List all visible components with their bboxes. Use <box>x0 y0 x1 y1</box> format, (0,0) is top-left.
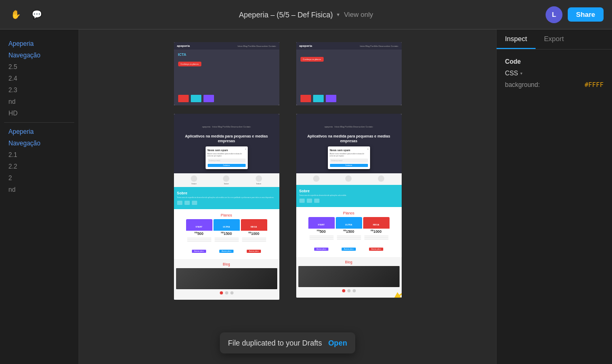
right-frame1-logo: apeperia <box>299 44 313 47</box>
topbar-center: Apeperia – (5/5 – Def Fisica) ▾ View onl… <box>239 11 373 19</box>
left-sobre-title: Sobre <box>177 191 276 195</box>
background-value: #FFFF <box>585 81 604 88</box>
left-newsletter-popup[interactable]: × News sem spam Assine nosso newsletter … <box>206 146 248 169</box>
left-hero-section: apeperia Início Blog Portfólio Desenvolv… <box>174 114 279 173</box>
toast-message: File duplicated to your Drafts <box>228 339 322 347</box>
right-plan-ultra: ULTRA R$1500 Assinar plano <box>336 217 362 252</box>
plan-mega-btn[interactable]: Assinar plano <box>241 243 267 255</box>
main-layout: Apeperia Navegação 2.5 2.4 2.3 nd HD Ape… <box>0 29 612 364</box>
left-plans-title: Planos <box>176 213 277 217</box>
plan-mega: MEGA R$1000 Assinar plano <box>241 219 267 254</box>
left-hero-title: Aplicativos na medida para pequenas e me… <box>177 132 276 144</box>
right-blog-img <box>298 266 400 287</box>
left-frame-2[interactable]: apeperia Início Blog Portfólio Desenvolv… <box>174 114 279 300</box>
right-icon-circle-3 <box>378 175 384 182</box>
right-sobre-title: Sobre <box>299 189 399 193</box>
toast-open-button[interactable]: Open <box>328 339 347 347</box>
background-row: background: #FFFF <box>505 81 604 88</box>
sidebar-item-2-3[interactable]: 2.3 <box>4 84 74 96</box>
sidebar-item-hd[interactable]: HD <box>4 107 74 119</box>
comment-tool-icon[interactable]: 💬 <box>30 7 44 22</box>
plan-mega-features <box>241 237 267 243</box>
left-icon-circle-1 <box>191 175 197 182</box>
user-avatar[interactable]: L <box>546 6 562 23</box>
right-plans-grid: START R$500 Assinar plano ULTRA <box>298 217 400 252</box>
popup-submit-btn[interactable]: Cadastrar <box>208 164 246 167</box>
left-blog-section: Blog <box>174 259 279 300</box>
sidebar-item-nav-1[interactable]: Navegação <box>4 50 74 61</box>
toast-notification: File duplicated to your Drafts Open <box>220 332 356 353</box>
sidebar-item-nd-2[interactable]: nd <box>4 184 74 195</box>
windows-icon <box>184 201 190 205</box>
plan-ultra-features <box>213 237 240 243</box>
right-frame1-colors <box>296 94 341 103</box>
topbar-right: L Share <box>546 6 604 23</box>
panel-tabs: Inspect Export <box>497 29 612 50</box>
plan-start-header: START <box>186 219 212 231</box>
sidebar-item-2[interactable]: 2 <box>4 172 74 184</box>
right-popup-close-icon[interactable]: × <box>367 147 369 151</box>
left-plans-section: Planos START R$500 Assinar plano <box>174 209 279 259</box>
sidebar-item-nd-1[interactable]: nd <box>4 96 74 107</box>
left-frame-1[interactable]: apeperia Início Blog Portfólio Desenvolv… <box>174 42 279 105</box>
hand-tool-icon[interactable]: ✋ <box>8 7 23 22</box>
frame1-colors <box>174 94 218 103</box>
right-popup-submit-btn[interactable]: Cadastrar <box>330 164 368 167</box>
right-dot-1 <box>342 289 345 292</box>
plan-mega-header: MEGA <box>241 219 267 231</box>
frame1-nav-links: Início Blog Portfólio Desenvolver Contat… <box>238 45 276 47</box>
right-dot-3 <box>353 289 356 292</box>
right-windows-icon <box>307 199 312 203</box>
plan-ultra-btn[interactable]: Assinar plano <box>213 243 240 255</box>
right-pagination <box>298 287 400 294</box>
view-only-badge: View only <box>344 11 373 18</box>
sidebar-item-apeperia-1[interactable]: Apeperia <box>4 38 74 50</box>
sidebar-item-apeperia-2[interactable]: Apeperia <box>4 126 74 137</box>
right-bb-icon <box>314 199 319 203</box>
right-dot-2 <box>347 289 351 292</box>
sidebar-item-2-4[interactable]: 2.4 <box>4 73 74 84</box>
left-icons-row: feature feature feature <box>174 173 279 187</box>
code-section-label: Code <box>505 58 604 65</box>
right-newsletter-popup[interactable]: × News sem spam Assine nosso newsletter … <box>328 146 370 169</box>
popup-email-input[interactable]: Endereço email <box>208 159 246 163</box>
left-brand-icons <box>177 201 276 205</box>
right-popup-placeholder: Endereço email <box>332 160 343 162</box>
right-plan-mega-btn[interactable]: Assinar plano <box>363 241 390 253</box>
right-blog-title: Blog <box>298 260 400 264</box>
sidebar-item-2-2[interactable]: 2.2 <box>4 161 74 172</box>
plan-ultra-price: R$1500 <box>213 231 240 236</box>
apple-icon <box>177 201 182 205</box>
left-icon-1: feature <box>191 175 197 185</box>
plan-start-btn[interactable]: Assinar plano <box>186 243 212 255</box>
right-popup-email-input[interactable]: Endereço email <box>330 159 368 163</box>
right-plan-start-btn[interactable]: Assinar plano <box>308 241 335 253</box>
topbar-left: ✋ 💬 <box>8 7 44 22</box>
right-color-purple <box>326 95 336 102</box>
plan-ultra-header: ULTRA <box>213 219 240 231</box>
right-icons-row <box>296 173 402 185</box>
right-plan-ultra-btn[interactable]: Assinar plano <box>336 241 362 253</box>
left-blog-title: Blog <box>176 262 277 266</box>
share-button[interactable]: Share <box>568 7 604 22</box>
frame1-header: apeperia Início Blog Portfólio Desenvolv… <box>174 42 279 105</box>
sidebar-item-2-5[interactable]: 2.5 <box>4 61 74 73</box>
popup-title: News sem spam <box>208 149 246 152</box>
right-hero-nav: apeperia Início Blog Portfólio Desenvolv… <box>299 118 399 132</box>
left-hero-text: Aplicativos na medida para pequenas e me… <box>179 134 274 143</box>
sidebar-item-2-1[interactable]: 2.1 <box>4 149 74 161</box>
right-frame-1[interactable]: apeperia Início Blog Portfólio Desenvolv… <box>296 42 402 105</box>
title-chevron-icon[interactable]: ▾ <box>337 12 339 17</box>
css-dropdown[interactable]: CSS ▾ <box>505 70 522 77</box>
canvas-area[interactable]: apeperia Início Blog Portfólio Desenvolv… <box>79 29 496 364</box>
tab-export[interactable]: Export <box>536 29 572 49</box>
right-plan-mega: MEGA R$1000 Assinar plano <box>363 217 390 252</box>
right-icon-2 <box>345 175 352 183</box>
frame1-brand: ICTA <box>178 53 275 56</box>
popup-close-icon[interactable]: × <box>245 147 247 151</box>
left-plans-grid: START R$500 Assinar plano ULTRA <box>176 219 277 254</box>
sidebar-item-nav-2[interactable]: Navegação <box>4 137 74 149</box>
tab-inspect[interactable]: Inspect <box>497 29 536 49</box>
right-frame-2[interactable]: apeperia Início Blog Portfólio Desenvolv… <box>296 114 402 298</box>
css-row: CSS ▾ <box>505 70 604 77</box>
